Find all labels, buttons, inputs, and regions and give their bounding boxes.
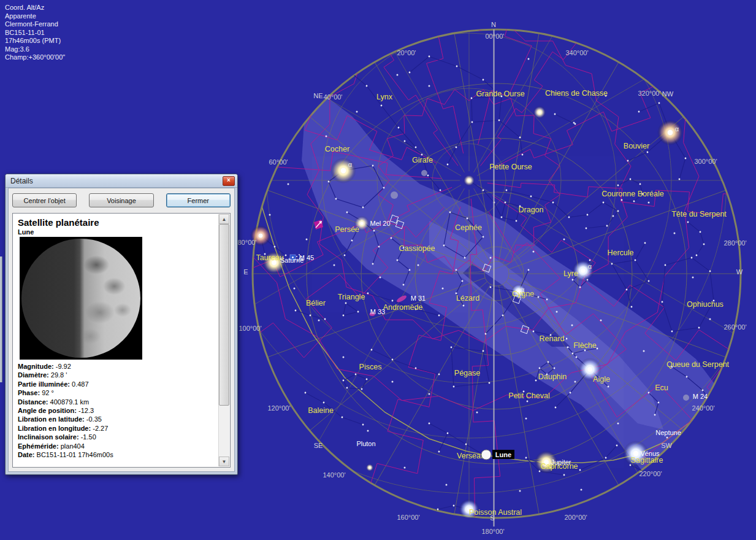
constellation-label[interactable]: Flèche — [573, 341, 597, 350]
azimuth-label: 80°00' — [238, 239, 257, 246]
details-content: Satellite planétaire Lune Magnitude: -9.… — [12, 213, 231, 468]
constellation-label[interactable]: Persée — [335, 225, 359, 234]
constellation-label[interactable]: Chiens de Chasse — [545, 89, 608, 98]
constellation-label[interactable]: Triangle — [338, 293, 365, 301]
status-line: Mag:3.6 — [5, 45, 65, 54]
coordinates-row: Coordonnées: Apparente Topocentrique — [18, 466, 230, 468]
object-label[interactable]: Neptune — [655, 429, 681, 436]
coordinates-label: Coordonnées: — [18, 466, 64, 468]
constellation-label[interactable]: Couronne Boréale — [601, 190, 664, 198]
moon-marker[interactable] — [481, 450, 491, 460]
constellation-label[interactable]: Verseau — [457, 452, 485, 460]
status-line: Clermont-Ferrand — [5, 20, 65, 29]
azimuth-label: 260°00' — [724, 323, 746, 331]
constellation-label[interactable]: Hercule — [607, 249, 633, 257]
azimuth-label: 240°00' — [692, 404, 714, 412]
object-type-heading: Satellite planétaire — [18, 217, 230, 228]
scroll-thumb[interactable] — [219, 224, 229, 406]
constellation-label[interactable]: Dragon — [519, 206, 544, 214]
scroll-down-icon[interactable]: ▼ — [219, 457, 229, 466]
status-panel: Coord. Alt/AzApparenteClermont-FerrandBC… — [5, 4, 65, 62]
status-line: Coord. Alt/Az — [5, 4, 65, 12]
object-label[interactable]: Vénus — [640, 450, 660, 457]
detail-row: Phase: 92 ° — [18, 388, 230, 397]
cardinal-label-sw: SW — [661, 442, 672, 449]
constellation-label[interactable]: Sagittaire — [631, 456, 663, 465]
detail-row: Ephéméride: plan404 — [18, 442, 230, 450]
object-label[interactable]: M 24 — [693, 393, 708, 400]
details-dialog-titlebar[interactable]: Détails × — [6, 174, 237, 188]
constellation-label[interactable]: Cassiopée — [399, 244, 435, 253]
application-window: 00°00'20°00'40°00'60°00'80°00'100°00'120… — [0, 0, 756, 540]
dialog-body: Centrer l'objet Voisinage Fermer Satelli… — [8, 188, 235, 472]
azimuth-label: 20°00' — [397, 49, 416, 56]
cardinal-label-e: E — [243, 268, 248, 276]
constellation-label[interactable]: Ecu — [655, 384, 668, 392]
constellation-label[interactable]: Petit Cheval — [508, 392, 549, 400]
constellation-label[interactable]: Aigle — [593, 375, 610, 384]
status-line: BC151-11-01 — [5, 29, 65, 37]
constellation-label[interactable]: Ophiuchus — [687, 300, 724, 309]
details-dialog[interactable]: Détails × Centrer l'objet Voisinage Ferm… — [5, 174, 238, 475]
azimuth-label: 280°00' — [724, 239, 746, 247]
azimuth-label: 40°00' — [324, 93, 343, 101]
coordinates-value: Apparente Topocentrique — [65, 466, 147, 468]
azimuth-label: 120°00' — [267, 404, 290, 412]
object-label[interactable]: M 33 — [370, 308, 385, 315]
constellation-label[interactable]: Queue du Serpent — [666, 360, 730, 369]
details-scrollbar[interactable]: ▲ ▼ — [218, 214, 229, 466]
constellation-label[interactable]: Pisces — [359, 363, 382, 371]
cardinal-label-ne: NE — [313, 92, 323, 99]
center-object-button[interactable]: Centrer l'objet — [12, 193, 77, 207]
object-label[interactable]: Jupiter — [551, 458, 571, 466]
cardinal-label-n: N — [491, 21, 496, 28]
cardinal-label-w: W — [736, 268, 743, 276]
azimuth-label: 180°00' — [481, 528, 504, 535]
detail-row: Libration en latitude: -0.35 — [18, 415, 230, 423]
close-icon[interactable]: × — [223, 176, 235, 186]
azimuth-label: 100°00' — [239, 325, 261, 332]
object-label[interactable]: M 45 — [299, 254, 314, 261]
constellation-label[interactable]: Poisson Austral — [469, 508, 522, 517]
constellation-label[interactable]: Renard — [540, 334, 565, 343]
constellation-label[interactable]: Girafe — [412, 156, 433, 164]
object-label[interactable]: Mel 20 — [370, 220, 390, 227]
scroll-up-icon[interactable]: ▲ — [219, 214, 229, 224]
detail-row: Libration en longitude: -2.27 — [18, 424, 230, 433]
neighborhood-button[interactable]: Voisinage — [89, 193, 153, 207]
close-button[interactable]: Fermer — [166, 193, 231, 207]
azimuth-label: 60°00' — [269, 158, 288, 166]
object-label[interactable]: M 31 — [411, 295, 426, 302]
star-designation-alpha: α — [348, 161, 353, 168]
dso-marker — [683, 395, 689, 401]
constellation-label[interactable]: Dauphin — [538, 372, 567, 381]
constellation-label[interactable]: Lyre — [563, 269, 578, 278]
detail-row: Partie illuminée: 0.487 — [18, 380, 230, 388]
constellation-label[interactable]: Petite Ourse — [489, 163, 532, 171]
azimuth-label: 300°00' — [694, 158, 717, 165]
azimuth-label: 340°00' — [565, 49, 588, 56]
dialog-title: Détails — [10, 177, 223, 185]
constellation-label[interactable]: Andromède — [383, 303, 423, 312]
constellation-label[interactable]: Lynx — [376, 93, 393, 101]
cardinal-label-se: SE — [314, 442, 323, 449]
constellation-label[interactable]: Bélier — [306, 299, 326, 307]
constellation-label[interactable]: Baleine — [308, 406, 334, 415]
azimuth-label: 220°00' — [639, 470, 662, 477]
detail-row: Distance: 400879.1 km — [18, 398, 230, 406]
constellation-label[interactable]: Cocher — [325, 145, 349, 153]
azimuth-label: 140°00' — [323, 471, 345, 479]
detail-row: Inclinaison solaire: -1.50 — [18, 433, 230, 441]
constellation-label[interactable]: Pégase — [454, 369, 480, 377]
star-designation-alpha: α — [675, 125, 679, 133]
detail-rows: Magnitude: -9.92Diamètre: 29.8 'Partie i… — [18, 362, 230, 459]
azimuth-label: 320°00' — [638, 90, 660, 97]
moon-disc — [21, 239, 140, 358]
object-label[interactable]: Pluton — [356, 440, 375, 447]
constellation-label[interactable]: Tête du Serpent — [671, 210, 727, 218]
constellation-label[interactable]: Lézard — [456, 294, 479, 303]
constellation-label[interactable]: Grande Ourse — [476, 90, 524, 98]
constellation-label[interactable]: Bouvier — [624, 142, 649, 150]
constellation-label[interactable]: Cephée — [455, 223, 482, 232]
dso-marker — [391, 191, 398, 199]
